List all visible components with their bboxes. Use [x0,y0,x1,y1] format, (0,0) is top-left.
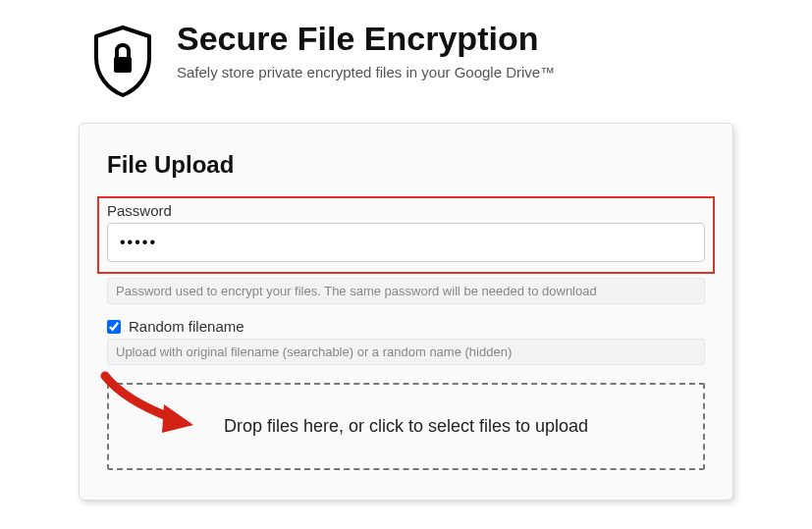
svg-rect-0 [114,57,132,73]
app-header: Secure File Encryption Safely store priv… [88,20,753,98]
dropzone-wrapper: Drop files here, or click to select file… [107,383,705,470]
header-text: Secure File Encryption Safely store priv… [177,20,753,80]
file-upload-card: File Upload Password Password used to en… [79,123,733,501]
shield-lock-icon [88,25,157,98]
random-filename-helper-text: Upload with original filename (searchabl… [107,339,705,365]
password-label: Password [107,202,705,219]
password-input[interactable] [107,223,705,262]
random-filename-checkbox[interactable] [107,320,121,334]
dropzone-text: Drop files here, or click to select file… [224,416,588,436]
app-subtitle: Safely store private encrypted files in … [177,64,753,80]
random-filename-label: Random filename [129,318,244,335]
app-title: Secure File Encryption [177,20,753,58]
random-filename-row: Random filename [107,318,705,335]
password-highlight-box: Password [97,196,715,274]
file-dropzone[interactable]: Drop files here, or click to select file… [107,383,705,470]
card-title: File Upload [107,151,705,179]
password-helper-text: Password used to encrypt your files. The… [107,278,705,304]
